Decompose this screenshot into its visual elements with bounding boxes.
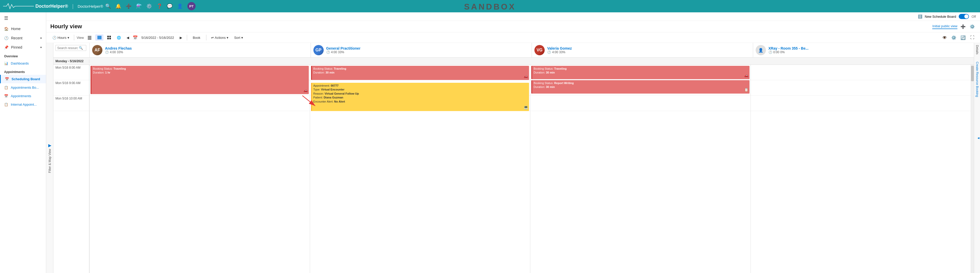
bar-view-button[interactable] (95, 34, 103, 41)
main-content: ℹ️ New Schedule Board Off Hourly view In… (46, 12, 980, 273)
search-resource-container[interactable]: 🔍 (56, 45, 86, 51)
resource-col-andres: AF Andres Flechas 🕐 4:00 33% (89, 43, 310, 57)
avatar-andres: AF (92, 45, 102, 55)
gp-traveling-block[interactable]: Booking Status: Traveling Duration: 30 m… (311, 66, 529, 80)
valeria-traveling-block[interactable]: Booking Status: Traveling Duration: 30 m… (531, 66, 749, 79)
chat-icon[interactable]: 💬 (167, 3, 172, 9)
date-label: Monday - 5/16/2022 (53, 59, 89, 63)
appointments-section-label: Appointments (0, 68, 46, 75)
actions-label: Actions (215, 36, 226, 40)
resource-info-gp: General Practitioner 🕐 4:00 33% (326, 46, 361, 54)
next-button[interactable]: ▶ (178, 35, 184, 41)
svg-rect-1 (88, 37, 91, 38)
app-name: DoctorHelper® (78, 4, 103, 8)
gp-yellow-block[interactable]: Appointment: 00777 Type: Virtual Encount… (311, 83, 529, 111)
app-logo[interactable]: DoctorHelper® (3, 2, 68, 10)
overview-section: Overview (0, 52, 46, 59)
schedule-area: ▶ Filter & Map View 🔍 (46, 43, 980, 273)
scrollbar-thumb[interactable] (971, 66, 974, 81)
scrollbar-track[interactable] (971, 65, 974, 273)
valeria-report-block[interactable]: Booking Status: Report Writing Duration:… (531, 80, 749, 94)
app-body: ☰ 🏠 Home 🕐 Recent ▾ 📌 Pinned ▾ Overview … (0, 12, 980, 273)
sidebar-item-appointments-bo[interactable]: 📋 Appointments Bo... (0, 83, 46, 92)
initial-public-view[interactable]: Initial public view (932, 24, 958, 29)
logo-text: DoctorHelper® (35, 3, 68, 9)
resource-stats-gp: 🕐 4:00 33% (326, 50, 361, 54)
new-schedule-toggle[interactable] (959, 14, 969, 19)
appt-patient-line: Patient: Diana Guzman (313, 96, 528, 99)
bell-icon[interactable]: 🔔 (116, 3, 121, 9)
page-header-right: Initial public view ➕ ⚙️ (932, 23, 976, 30)
appt-icon: 📅 (4, 94, 8, 98)
search-resource-input[interactable] (57, 46, 78, 50)
filter-icon[interactable]: ⚗️ (136, 3, 142, 9)
eye-icon[interactable]: 👁️ (941, 34, 948, 41)
sidebar-item-dashboards[interactable]: 📊 Dashboards (0, 59, 46, 68)
top-nav-icons: 🔍 🔔 ➕ ⚗️ ⚙️ ❓ 💬 👤 PT (105, 2, 196, 10)
pin-icon: 📌 (4, 45, 8, 49)
page-header: Hourly view Initial public view ➕ ⚙️ (46, 21, 980, 32)
clock-icon-andres: 🕐 (105, 50, 109, 54)
view-label: View (77, 36, 84, 40)
resource-stats-xray: 🕐 0:00 0% (768, 50, 808, 54)
resource-name-gp[interactable]: General Practitioner (326, 46, 361, 50)
globe-view-button[interactable]: 🌐 (115, 35, 123, 41)
resource-name-xray[interactable]: XRay - Room 355 - Be... (768, 46, 808, 50)
andres-traveling-block[interactable]: Booking Status: Traveling Duration: 1 hr… (91, 66, 309, 94)
andres-cell-3 (89, 96, 310, 111)
details-label: Details (975, 45, 979, 54)
svg-rect-10 (107, 38, 109, 39)
user-avatar[interactable]: PT (188, 2, 196, 10)
view-settings-button[interactable]: ⚙️ (969, 23, 976, 30)
time-col: Mon 5/16 8:00 AM Mon 5/16 9:00 AM Mon 5/… (53, 65, 89, 273)
actions-button[interactable]: ⇌ Actions ▾ (209, 35, 231, 41)
resource-info-xray: XRay - Room 355 - Be... 🕐 0:00 0% (768, 46, 808, 54)
add-view-button[interactable]: ➕ (959, 23, 967, 30)
svg-rect-6 (100, 36, 100, 39)
sidebar-item-internal-appoint[interactable]: 📋 Internal Appoint... (0, 100, 46, 109)
appt-alert-line: Encounter Alert: No Alert (313, 100, 528, 104)
svg-rect-3 (88, 39, 91, 40)
hamburger-menu[interactable]: ☰ (0, 12, 46, 24)
sidebar-item-home[interactable]: 🏠 Home (0, 24, 46, 34)
sort-button[interactable]: Sort ▾ (232, 35, 245, 41)
svg-rect-2 (88, 38, 91, 38)
details-panel[interactable]: Details Create Resource Booking ◀ (974, 43, 980, 273)
sidebar-item-pinned[interactable]: 📌 Pinned ▾ (0, 43, 46, 52)
search-icon[interactable]: 🔍 (105, 3, 111, 9)
svg-rect-8 (107, 36, 109, 37)
pinned-chevron: ▾ (40, 46, 42, 49)
sidebar-item-scheduling-board[interactable]: 📅 Scheduling Board (0, 75, 46, 83)
apptbo-icon: 📋 (4, 86, 8, 89)
filter-map-panel[interactable]: ▶ Filter & Map View (46, 43, 53, 273)
time-slot-9am: Mon 5/16 9:00 AM (53, 80, 89, 96)
toolbar-sep-1 (74, 35, 74, 40)
xray-cell-3 (751, 96, 971, 111)
calendar-icon: 📅 (133, 35, 138, 40)
person-icon[interactable]: 👤 (177, 3, 183, 9)
gear-icon[interactable]: ⚙️ (950, 34, 958, 41)
list-view-button[interactable] (86, 34, 94, 41)
hours-button[interactable]: 🕐 Hours ▾ (50, 35, 72, 41)
settings-icon[interactable]: ⚙️ (146, 3, 152, 9)
help-icon[interactable]: ❓ (157, 3, 162, 9)
new-schedule-board-label: New Schedule Board (925, 14, 956, 19)
home-icon: 🏠 (4, 27, 8, 31)
resource-header: 🔍 AF Andres Flechas 🕐 4:00 33% (53, 43, 974, 57)
scheduling-icon: 📅 (5, 77, 9, 81)
sidebar-item-appointments[interactable]: 📅 Appointments (0, 92, 46, 100)
book-button[interactable]: Book (190, 35, 204, 41)
resource-name-valeria[interactable]: Valeria Gomez (547, 46, 572, 50)
refresh-icon[interactable]: 🔄 (959, 34, 967, 41)
expand-icon[interactable]: ⛶ (969, 34, 976, 41)
details-collapse-icon[interactable]: ◀ (977, 136, 980, 139)
sidebar-item-recent[interactable]: 🕐 Recent ▾ (0, 34, 46, 43)
svg-rect-11 (109, 38, 111, 39)
prev-button[interactable]: ◀ (124, 35, 131, 41)
resource-name-andres[interactable]: Andres Flechas (105, 46, 132, 50)
data-cols: Booking Status: Traveling Duration: 1 hr… (89, 65, 971, 273)
resource-info-andres: Andres Flechas 🕐 4:00 33% (105, 46, 132, 54)
grid-view-button[interactable] (105, 34, 113, 41)
add-icon[interactable]: ➕ (126, 3, 131, 9)
resource-col-gp: GP General Practitioner 🕐 4:00 33% (310, 43, 532, 57)
